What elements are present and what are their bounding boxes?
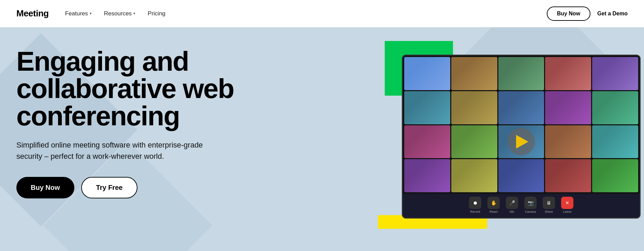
video-cell	[451, 91, 497, 124]
buy-now-hero-button[interactable]: Buy Now	[16, 177, 74, 198]
play-triangle-icon	[516, 135, 528, 149]
video-cell	[498, 125, 544, 158]
record-label: Record	[470, 210, 480, 213]
chevron-down-icon: ▾	[133, 11, 135, 16]
video-cell	[498, 91, 544, 124]
camera-icon: 📷	[524, 197, 537, 209]
camera-button[interactable]: 📷 Camera	[524, 197, 537, 213]
video-conference-screen: ⏺ Record ✋ React 🎤 Mic 📷 Camera 🖥 S	[402, 55, 641, 219]
hero-visual: ⏺ Record ✋ React 🎤 Mic 📷 Camera 🖥 S	[371, 38, 644, 236]
video-cell	[498, 159, 544, 192]
screen-toolbar: ⏺ Record ✋ React 🎤 Mic 📷 Camera 🖥 S	[403, 194, 640, 216]
play-button-overlay[interactable]	[508, 128, 535, 155]
react-button[interactable]: ✋ React	[487, 197, 500, 213]
video-cell	[404, 159, 450, 192]
hero-buttons: Buy Now Try Free	[16, 177, 234, 198]
video-cell	[545, 91, 591, 124]
get-demo-nav-button[interactable]: Get a Demo	[597, 11, 628, 17]
buy-now-nav-button[interactable]: Buy Now	[547, 6, 590, 21]
nav-features-label: Features	[65, 10, 88, 17]
hero-content: Engaging and collaborative web conferenc…	[0, 27, 234, 198]
hero-title-line2: collaborative web	[16, 73, 234, 104]
react-label: React	[489, 210, 498, 213]
chevron-down-icon: ▾	[90, 11, 92, 16]
nav-features[interactable]: Features ▾	[65, 10, 92, 17]
video-cell	[451, 125, 497, 158]
react-icon: ✋	[487, 197, 500, 209]
video-cell	[498, 57, 544, 90]
nav-resources-label: Resources	[104, 10, 132, 17]
mic-icon: 🎤	[506, 197, 518, 209]
mic-button[interactable]: 🎤 Mic	[506, 197, 518, 213]
site-logo[interactable]: Meeting	[16, 8, 49, 19]
video-cell	[592, 159, 638, 192]
hero-section: Engaging and collaborative web conferenc…	[0, 27, 644, 251]
nav-links: Features ▾ Resources ▾ Pricing	[65, 10, 547, 17]
mic-label: Mic	[510, 210, 514, 213]
video-grid	[403, 56, 640, 194]
video-cell	[545, 57, 591, 90]
nav-pricing[interactable]: Pricing	[148, 10, 165, 17]
video-cell	[451, 159, 497, 192]
share-icon: 🖥	[543, 197, 555, 209]
hero-title: Engaging and collaborative web conferenc…	[16, 48, 234, 130]
leave-button[interactable]: ✕ Leave	[561, 197, 573, 213]
hero-title-line1: Engaging and	[16, 46, 189, 76]
nav-resources[interactable]: Resources ▾	[104, 10, 135, 17]
hero-subtitle: Simplified online meeting software with …	[16, 139, 214, 162]
share-button[interactable]: 🖥 Share	[543, 197, 555, 213]
hero-title-line3: conferencing	[16, 101, 179, 131]
record-icon: ⏺	[469, 197, 481, 209]
video-cell	[545, 159, 591, 192]
video-cell	[404, 91, 450, 124]
video-cell	[545, 125, 591, 158]
video-cell	[404, 57, 450, 90]
video-cell	[451, 57, 497, 90]
nav-pricing-label: Pricing	[148, 10, 165, 17]
video-cell	[592, 91, 638, 124]
record-button[interactable]: ⏺ Record	[469, 197, 481, 213]
leave-icon: ✕	[561, 197, 573, 209]
nav-actions: Buy Now Get a Demo	[547, 6, 628, 21]
try-free-hero-button[interactable]: Try Free	[81, 177, 138, 198]
navbar: Meeting Features ▾ Resources ▾ Pricing B…	[0, 0, 644, 27]
video-cell	[404, 125, 450, 158]
video-cell	[592, 57, 638, 90]
video-cell	[592, 125, 638, 158]
leave-label: Leave	[563, 210, 572, 213]
camera-label: Camera	[525, 210, 536, 213]
share-label: Share	[545, 210, 553, 213]
